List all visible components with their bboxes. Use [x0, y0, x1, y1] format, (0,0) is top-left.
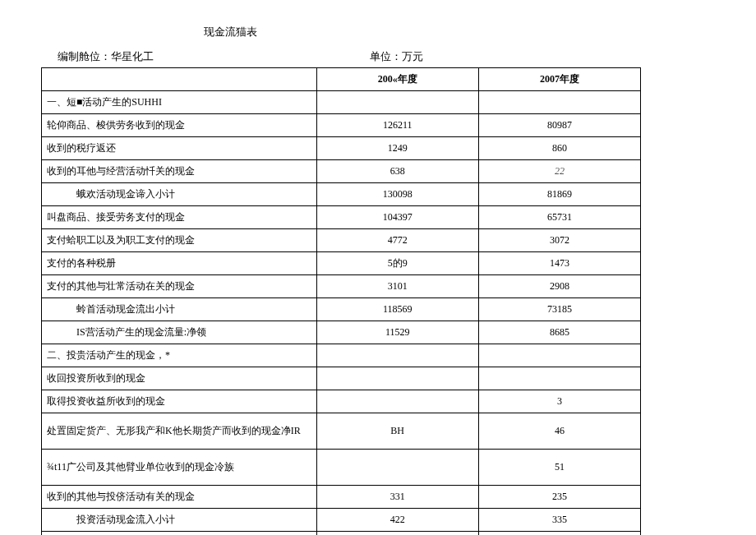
row-value-year2: 12145	[478, 532, 640, 536]
row-value-year1: 126211	[316, 114, 478, 137]
table-row: 二、投贵活动产生的现金，*	[42, 344, 641, 367]
row-value-year1: 104397	[316, 206, 478, 229]
table-row: 收到的耳他与经营活动忏关的现金63822	[42, 160, 641, 183]
table-row: 蛾欢活动现金谛入小计13009881869	[42, 183, 641, 206]
row-value-year1	[316, 91, 478, 114]
table-row: 支付的其他与壮常活动在关的现金31012908	[42, 275, 641, 298]
row-value-year2: 8685	[478, 321, 640, 344]
table-row: 支付蛤职工以及为职工支付的现金47723072	[42, 229, 641, 252]
table-row: 一、短■活动产生的SUHHI	[42, 91, 641, 114]
row-label: 蛾欢活动现金谛入小计	[42, 183, 317, 206]
row-value-year1: 118569	[316, 298, 478, 321]
row-label: 收到的其他与投侪活动有关的现金	[42, 486, 317, 509]
row-value-year2: 3	[478, 390, 640, 413]
row-label: 投资活动现金流入小计	[42, 509, 317, 532]
row-label: 购建同定货产、无形资产和其他长期资产所交付的现金	[42, 532, 317, 536]
row-value-year2: 46	[478, 413, 640, 450]
row-label: ¾t11广公司及其他臂业单位收到的现金冷族	[42, 450, 317, 486]
row-label: 支付的其他与壮常活动在关的现金	[42, 275, 317, 298]
row-value-year1: BH	[316, 413, 478, 450]
row-value-year2: 65731	[478, 206, 640, 229]
row-value-year2: 2908	[478, 275, 640, 298]
row-value-year1: 422	[316, 509, 478, 532]
row-value-year2	[478, 367, 640, 390]
table-row: 取得投资收益所收到的现金3	[42, 390, 641, 413]
unit-label: 编制舱位：华星化工	[58, 49, 370, 64]
row-value-year2: 22	[478, 160, 640, 183]
row-label: 二、投贵活动产生的现金，*	[42, 344, 317, 367]
document-title: 现金流猫表	[148, 25, 312, 39]
row-value-year1: 7156	[316, 532, 478, 536]
row-value-year2: 80987	[478, 114, 640, 137]
row-value-year2	[478, 91, 640, 114]
row-value-year1: 4772	[316, 229, 478, 252]
col-header-year1: 200«年度	[316, 68, 478, 91]
table-header-row: 200«年度 2007年度	[42, 68, 641, 91]
row-value-year1: 331	[316, 486, 478, 509]
table-row: 收到的其他与投侪活动有关的现金331235	[42, 486, 641, 509]
table-row: 叫盘商品、接受劳务支付的现金10439765731	[42, 206, 641, 229]
row-label: 蛉首活动现金流出小计	[42, 298, 317, 321]
col-header-year2: 2007年度	[478, 68, 640, 91]
header-row: 编制舱位：华星化工 单位：万元	[41, 49, 715, 64]
currency-label: 单位：万元	[370, 49, 616, 64]
row-value-year2	[478, 344, 640, 367]
row-value-year1	[316, 450, 478, 486]
row-value-year1	[316, 367, 478, 390]
row-label: 支付蛤职工以及为职工支付的现金	[42, 229, 317, 252]
row-label: 收回投资所收到的现金	[42, 367, 317, 390]
table-row: 轮仰商品、梭供劳务收到的现金12621180987	[42, 114, 641, 137]
table-row: 收回投资所收到的现金	[42, 367, 641, 390]
row-label: IS营活动产生的现金流量:净领	[42, 321, 317, 344]
row-value-year2: 51	[478, 450, 640, 486]
row-value-year2: 1473	[478, 252, 640, 275]
table-row: 购建同定货产、无形资产和其他长期资产所交付的现金715612145	[42, 532, 641, 536]
row-value-year2: 81869	[478, 183, 640, 206]
row-value-year2: 3072	[478, 229, 640, 252]
row-label: 轮仰商品、梭供劳务收到的现金	[42, 114, 317, 137]
table-row: 支付的各种税册5的91473	[42, 252, 641, 275]
table-row: 收到的税疗返还1249860	[42, 137, 641, 160]
row-value-year1: 130098	[316, 183, 478, 206]
table-row: 蛉首活动现金流出小计11856973185	[42, 298, 641, 321]
row-label: 取得投资收益所收到的现金	[42, 390, 317, 413]
table-row: 处置固定货产、无形我产和K他长期货产而收到的现金净IRBH46	[42, 413, 641, 450]
row-value-year2: 73185	[478, 298, 640, 321]
row-value-year2: 335	[478, 509, 640, 532]
row-value-year2: 860	[478, 137, 640, 160]
col-header-label	[42, 68, 317, 91]
cashflow-table: 200«年度 2007年度 一、短■活动产生的SUHHI轮仰商品、梭供劳务收到的…	[41, 67, 641, 535]
table-row: 投资活动现金流入小计422335	[42, 509, 641, 532]
row-label: 处置固定货产、无形我产和K他长期货产而收到的现金净IR	[42, 413, 317, 450]
row-value-year2: 235	[478, 486, 640, 509]
row-label: 收到的税疗返还	[42, 137, 317, 160]
row-label: 收到的耳他与经营活动忏关的现金	[42, 160, 317, 183]
row-value-year1: 3101	[316, 275, 478, 298]
table-row: ¾t11广公司及其他臂业单位收到的现金冷族51	[42, 450, 641, 486]
row-value-year1: 1249	[316, 137, 478, 160]
row-value-year1: 5的9	[316, 252, 478, 275]
table-row: IS营活动产生的现金流量:净领115298685	[42, 321, 641, 344]
row-label: 一、短■活动产生的SUHHI	[42, 91, 317, 114]
row-label: 叫盘商品、接受劳务支付的现金	[42, 206, 317, 229]
row-value-year1	[316, 344, 478, 367]
row-value-year1	[316, 390, 478, 413]
row-label: 支付的各种税册	[42, 252, 317, 275]
row-value-year1: 11529	[316, 321, 478, 344]
row-value-year1: 638	[316, 160, 478, 183]
